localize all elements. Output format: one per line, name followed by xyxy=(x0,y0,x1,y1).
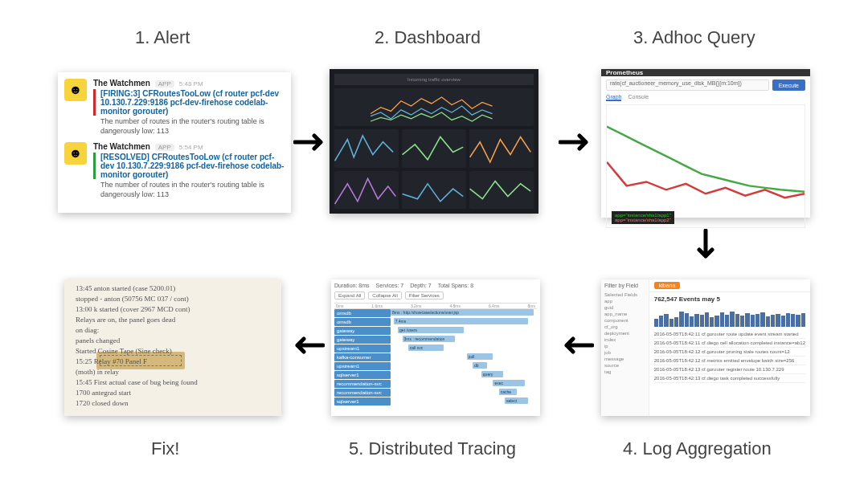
alert-title-firing: [FIRING:3] CFRoutesTooLow (cf router pcf… xyxy=(93,89,285,116)
log-sidebar-item: app_name xyxy=(604,311,645,317)
query-tab-graph: Graph xyxy=(606,94,621,101)
log-histogram-bar xyxy=(685,313,689,327)
trace-depth: Depth: 7 xyxy=(410,283,431,288)
step-title-fix: Fix! xyxy=(151,438,179,459)
log-table: 2016-05-05T18:42:11 cf.gorouter route up… xyxy=(649,330,810,416)
trace-service-label: kafka-consumer xyxy=(334,353,391,361)
smiley-icon: ☻ xyxy=(64,142,87,165)
query-chart: app="instance/sha1/app1" app="instance/s… xyxy=(606,104,805,228)
log-histogram-bar xyxy=(694,314,698,327)
arrow-right-icon xyxy=(559,132,594,152)
step-title-trace: 5. Distributed Tracing xyxy=(349,438,516,459)
dashboard-chart xyxy=(402,129,466,167)
trace-service-label: upstream1 xyxy=(334,362,391,370)
handwritten-line: 15:25 Relay #70 Panel F xyxy=(76,357,147,366)
handwritten-line: panels changed xyxy=(76,336,120,345)
log-events-title: 762,547 Events may 5 xyxy=(649,292,810,306)
log-histogram-bar xyxy=(796,315,800,327)
log-sidebar-item: ip xyxy=(604,343,645,349)
trace-service-label: sqlserver1 xyxy=(334,397,391,406)
arrow-down-icon xyxy=(696,229,715,264)
log-row: 2016-05-05T18:42:12 cf.gorouter pruning … xyxy=(654,348,805,357)
alert-time: 5:54 PM xyxy=(179,144,203,151)
log-histogram-bar xyxy=(771,315,775,327)
log-histogram-bar xyxy=(766,316,770,327)
dashboard-header: Incoming traffic overview xyxy=(334,74,534,85)
trace-header: Duration: 8ms Services: 7 Depth: 7 Total… xyxy=(334,283,537,288)
log-histogram-bar xyxy=(755,314,760,327)
log-histogram-bar xyxy=(751,315,755,327)
log-sidebar: Filter by Field Selected Fieldsappguidap… xyxy=(601,279,649,416)
handwritten-line: 13:00 k started (cover 2967 MCD cont) xyxy=(76,305,190,314)
log-histogram-bar xyxy=(720,312,724,327)
log-histogram-bar xyxy=(760,312,764,327)
dashboard-chart xyxy=(334,129,399,167)
log-histogram-bar xyxy=(654,319,658,327)
alert-app-tag: APP xyxy=(155,80,174,88)
log-histogram-bar xyxy=(786,313,790,327)
alert-title-resolved: [RESOLVED] CFRoutesTooLow (cf router pcf… xyxy=(93,153,285,179)
trace-service-label: sqlserver1 xyxy=(334,371,391,379)
log-histogram-bar xyxy=(710,317,714,327)
log-histogram-bar xyxy=(659,316,663,327)
trace-span: call svc xyxy=(408,344,444,351)
trace-panel: Duration: 8ms Services: 7 Depth: 7 Total… xyxy=(331,279,540,416)
trace-labels: omsdbomsdbgatewaygatewayupstream1kafka-c… xyxy=(334,309,391,413)
trace-duration: Duration: 8ms xyxy=(334,283,370,288)
alert-body-text: The number of routes in the router's rou… xyxy=(93,181,285,199)
dashboard-header-text: Incoming traffic overview xyxy=(407,77,461,82)
trace-service-label: omsdb xyxy=(334,318,391,326)
trace-span: 3ms : recommendation xyxy=(403,336,456,342)
log-sidebar-item: Selected Fields xyxy=(604,291,645,298)
handwritten-line: 1700 antegrad start xyxy=(76,389,131,397)
trace-collapse-button: Collapse All xyxy=(368,291,401,300)
arrow-left-icon xyxy=(289,336,325,355)
trace-service-label: recommendation-svc xyxy=(334,389,391,397)
log-histogram-bar xyxy=(801,313,805,327)
step-title-dashboard: 2. Dashboard xyxy=(375,27,481,48)
log-histogram-bar xyxy=(781,316,785,327)
log-panel: Filter by Field Selected Fieldsappguidap… xyxy=(601,279,810,416)
log-histogram-bar xyxy=(714,316,719,327)
handwritten-line: 15:45 First actual case of bug being fou… xyxy=(76,378,198,387)
log-histogram-bar xyxy=(740,316,744,327)
log-sidebar-item: index xyxy=(604,336,645,343)
trace-ruler: 0ms1.6ms3.2ms4.8ms6.4ms8ms xyxy=(334,303,537,309)
step-title-alert: 1. Alert xyxy=(135,27,190,48)
alert-sender: The Watchmen xyxy=(93,142,150,151)
trace-span: query xyxy=(481,371,503,377)
diagram-stage: 1. Alert 2. Dashboard 3. Adhoc Query Fix… xyxy=(0,0,868,481)
query-legend-item: app="instance/sha1/app2" xyxy=(615,218,671,222)
log-histogram-bar xyxy=(690,316,694,327)
handwritten-line: Started Cosine Tape (Sine check) xyxy=(76,347,172,356)
trace-spans: Total Spans: 8 xyxy=(438,283,473,288)
dashboard-chart xyxy=(469,171,534,209)
query-execute-button: Execute xyxy=(772,79,805,91)
dashboard-chart xyxy=(402,171,466,209)
trace-service-label: gateway xyxy=(334,327,391,335)
trace-toolbar: Expand All Collapse All Filter Services xyxy=(334,291,537,300)
alert-time: 5:48 PM xyxy=(179,80,203,88)
log-histogram-bar xyxy=(679,312,683,327)
trace-span: db xyxy=(473,362,487,369)
log-sidebar-item: component xyxy=(604,317,645,324)
log-histogram-bar xyxy=(791,314,795,327)
trace-span: cache xyxy=(499,389,517,395)
handwritten-line: 1720 closed down xyxy=(76,399,129,408)
step-title-query: 3. Adhoc Query xyxy=(633,27,755,48)
arrow-right-icon xyxy=(293,132,329,152)
handwritten-line: 13:45 anton started (case 5200.01) xyxy=(76,284,175,293)
log-brand-button: kibana xyxy=(654,282,681,289)
log-sidebar-title: Filter by Field xyxy=(604,283,645,288)
log-sidebar-item: tag xyxy=(604,369,645,375)
alert-message: ☻ The Watchmen APP 5:54 PM [RESOLVED] CF… xyxy=(64,142,285,199)
query-expression-input: rate(cf_auctioneer_memory_use_disk_MB{}[… xyxy=(606,79,769,91)
log-row: 2016-05-05T18:42:12 cf.metrics emitted e… xyxy=(654,357,805,365)
query-brand: Prometheus xyxy=(606,69,643,76)
trace-filter-button: Filter Services xyxy=(405,291,444,300)
trace-span: 8ms : http:/showcase/actions/user.jsp xyxy=(391,309,534,316)
step-title-log: 4. Log Aggregation xyxy=(623,438,772,459)
handwritten-line: (moth) in relay xyxy=(76,368,119,377)
dashboard-chart xyxy=(334,88,534,126)
trace-span: exec xyxy=(493,380,525,386)
